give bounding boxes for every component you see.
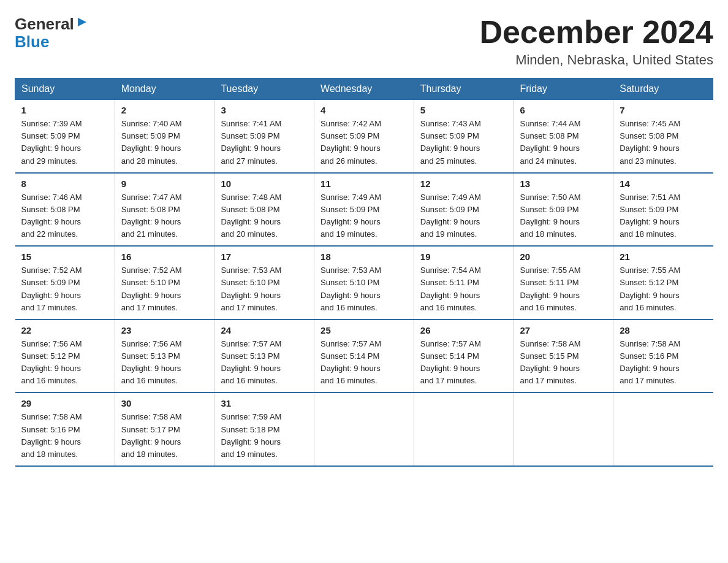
day-number: 16 bbox=[121, 251, 208, 262]
calendar-cell: 26 Sunrise: 7:57 AM Sunset: 5:14 PM Dayl… bbox=[414, 320, 514, 393]
day-info: Sunrise: 7:57 AM Sunset: 5:14 PM Dayligh… bbox=[420, 338, 507, 388]
col-monday: Monday bbox=[115, 79, 214, 100]
day-number: 7 bbox=[620, 105, 707, 115]
day-number: 15 bbox=[21, 251, 108, 262]
calendar-cell: 1 Sunrise: 7:39 AM Sunset: 5:09 PM Dayli… bbox=[15, 100, 115, 173]
day-info: Sunrise: 7:58 AM Sunset: 5:16 PM Dayligh… bbox=[21, 411, 108, 461]
day-number: 6 bbox=[520, 105, 607, 115]
svg-marker-0 bbox=[78, 18, 86, 26]
col-wednesday: Wednesday bbox=[314, 79, 414, 100]
day-info: Sunrise: 7:52 AM Sunset: 5:10 PM Dayligh… bbox=[121, 264, 208, 314]
calendar-cell: 28 Sunrise: 7:58 AM Sunset: 5:16 PM Dayl… bbox=[613, 320, 713, 393]
day-info: Sunrise: 7:56 AM Sunset: 5:13 PM Dayligh… bbox=[121, 338, 208, 388]
day-info: Sunrise: 7:57 AM Sunset: 5:13 PM Dayligh… bbox=[221, 338, 308, 388]
day-number: 13 bbox=[520, 178, 607, 189]
day-info: Sunrise: 7:54 AM Sunset: 5:11 PM Dayligh… bbox=[420, 264, 507, 314]
col-sunday: Sunday bbox=[15, 79, 115, 100]
day-info: Sunrise: 7:48 AM Sunset: 5:08 PM Dayligh… bbox=[221, 191, 308, 241]
main-title: December 2024 bbox=[479, 15, 713, 50]
day-number: 18 bbox=[320, 251, 408, 262]
calendar-cell: 4 Sunrise: 7:42 AM Sunset: 5:09 PM Dayli… bbox=[314, 100, 414, 173]
calendar-cell: 8 Sunrise: 7:46 AM Sunset: 5:08 PM Dayli… bbox=[15, 173, 115, 247]
calendar-cell: 2 Sunrise: 7:40 AM Sunset: 5:09 PM Dayli… bbox=[115, 100, 214, 173]
calendar-week-row: 1 Sunrise: 7:39 AM Sunset: 5:09 PM Dayli… bbox=[15, 100, 713, 173]
day-info: Sunrise: 7:39 AM Sunset: 5:09 PM Dayligh… bbox=[21, 118, 108, 167]
calendar-week-row: 8 Sunrise: 7:46 AM Sunset: 5:08 PM Dayli… bbox=[15, 173, 713, 247]
calendar-week-row: 29 Sunrise: 7:58 AM Sunset: 5:16 PM Dayl… bbox=[15, 393, 713, 466]
day-info: Sunrise: 7:47 AM Sunset: 5:08 PM Dayligh… bbox=[121, 191, 208, 241]
day-number: 29 bbox=[21, 398, 108, 408]
day-number: 27 bbox=[520, 325, 607, 335]
day-number: 9 bbox=[121, 178, 208, 189]
calendar-cell: 19 Sunrise: 7:54 AM Sunset: 5:11 PM Dayl… bbox=[414, 246, 514, 320]
calendar-cell: 18 Sunrise: 7:53 AM Sunset: 5:10 PM Dayl… bbox=[314, 246, 414, 320]
calendar-cell bbox=[314, 393, 414, 466]
calendar-cell: 22 Sunrise: 7:56 AM Sunset: 5:12 PM Dayl… bbox=[15, 320, 115, 393]
day-number: 26 bbox=[420, 325, 507, 335]
day-number: 19 bbox=[420, 251, 507, 262]
logo-general-text: General bbox=[15, 15, 74, 34]
day-info: Sunrise: 7:59 AM Sunset: 5:18 PM Dayligh… bbox=[221, 411, 308, 461]
logo: General Blue bbox=[15, 15, 86, 52]
calendar-cell: 25 Sunrise: 7:57 AM Sunset: 5:14 PM Dayl… bbox=[314, 320, 414, 393]
calendar-cell: 6 Sunrise: 7:44 AM Sunset: 5:08 PM Dayli… bbox=[514, 100, 613, 173]
day-number: 8 bbox=[21, 178, 108, 189]
day-info: Sunrise: 7:53 AM Sunset: 5:10 PM Dayligh… bbox=[221, 264, 308, 314]
day-info: Sunrise: 7:51 AM Sunset: 5:09 PM Dayligh… bbox=[620, 191, 707, 241]
col-friday: Friday bbox=[514, 79, 613, 100]
day-number: 24 bbox=[221, 325, 308, 335]
day-info: Sunrise: 7:43 AM Sunset: 5:09 PM Dayligh… bbox=[420, 118, 507, 167]
day-number: 20 bbox=[520, 251, 607, 262]
calendar-week-row: 22 Sunrise: 7:56 AM Sunset: 5:12 PM Dayl… bbox=[15, 320, 713, 393]
day-info: Sunrise: 7:57 AM Sunset: 5:14 PM Dayligh… bbox=[320, 338, 408, 388]
calendar-cell: 9 Sunrise: 7:47 AM Sunset: 5:08 PM Dayli… bbox=[115, 173, 214, 247]
day-number: 14 bbox=[620, 178, 707, 189]
day-info: Sunrise: 7:58 AM Sunset: 5:17 PM Dayligh… bbox=[121, 411, 208, 461]
day-info: Sunrise: 7:40 AM Sunset: 5:09 PM Dayligh… bbox=[121, 118, 208, 167]
calendar-cell: 15 Sunrise: 7:52 AM Sunset: 5:09 PM Dayl… bbox=[15, 246, 115, 320]
day-info: Sunrise: 7:56 AM Sunset: 5:12 PM Dayligh… bbox=[21, 338, 108, 388]
day-info: Sunrise: 7:58 AM Sunset: 5:15 PM Dayligh… bbox=[520, 338, 607, 388]
calendar-cell: 3 Sunrise: 7:41 AM Sunset: 5:09 PM Dayli… bbox=[214, 100, 314, 173]
calendar-cell: 31 Sunrise: 7:59 AM Sunset: 5:18 PM Dayl… bbox=[214, 393, 314, 466]
day-number: 21 bbox=[620, 251, 707, 262]
calendar-table: Sunday Monday Tuesday Wednesday Thursday… bbox=[15, 78, 713, 467]
day-info: Sunrise: 7:42 AM Sunset: 5:09 PM Dayligh… bbox=[320, 118, 408, 167]
day-number: 11 bbox=[320, 178, 408, 189]
logo-blue-text: Blue bbox=[15, 33, 49, 51]
calendar-cell: 29 Sunrise: 7:58 AM Sunset: 5:16 PM Dayl… bbox=[15, 393, 115, 466]
day-number: 23 bbox=[121, 325, 208, 335]
calendar-cell: 21 Sunrise: 7:55 AM Sunset: 5:12 PM Dayl… bbox=[613, 246, 713, 320]
day-info: Sunrise: 7:53 AM Sunset: 5:10 PM Dayligh… bbox=[320, 264, 408, 314]
day-info: Sunrise: 7:58 AM Sunset: 5:16 PM Dayligh… bbox=[620, 338, 707, 388]
title-area: December 2024 Minden, Nebraska, United S… bbox=[479, 15, 713, 68]
day-number: 2 bbox=[121, 105, 208, 115]
day-number: 31 bbox=[221, 398, 308, 408]
day-info: Sunrise: 7:46 AM Sunset: 5:08 PM Dayligh… bbox=[21, 191, 108, 241]
calendar-week-row: 15 Sunrise: 7:52 AM Sunset: 5:09 PM Dayl… bbox=[15, 246, 713, 320]
day-info: Sunrise: 7:52 AM Sunset: 5:09 PM Dayligh… bbox=[21, 264, 108, 314]
day-info: Sunrise: 7:55 AM Sunset: 5:12 PM Dayligh… bbox=[620, 264, 707, 314]
day-number: 12 bbox=[420, 178, 507, 189]
day-info: Sunrise: 7:44 AM Sunset: 5:08 PM Dayligh… bbox=[520, 118, 607, 167]
day-info: Sunrise: 7:55 AM Sunset: 5:11 PM Dayligh… bbox=[520, 264, 607, 314]
day-info: Sunrise: 7:49 AM Sunset: 5:09 PM Dayligh… bbox=[320, 191, 408, 241]
day-number: 10 bbox=[221, 178, 308, 189]
day-info: Sunrise: 7:45 AM Sunset: 5:08 PM Dayligh… bbox=[620, 118, 707, 167]
col-tuesday: Tuesday bbox=[214, 79, 314, 100]
calendar-cell bbox=[414, 393, 514, 466]
calendar-cell: 14 Sunrise: 7:51 AM Sunset: 5:09 PM Dayl… bbox=[613, 173, 713, 247]
subtitle: Minden, Nebraska, United States bbox=[479, 52, 713, 68]
calendar-header-row: Sunday Monday Tuesday Wednesday Thursday… bbox=[15, 79, 713, 100]
calendar-cell: 13 Sunrise: 7:50 AM Sunset: 5:09 PM Dayl… bbox=[514, 173, 613, 247]
calendar-cell: 23 Sunrise: 7:56 AM Sunset: 5:13 PM Dayl… bbox=[115, 320, 214, 393]
day-info: Sunrise: 7:50 AM Sunset: 5:09 PM Dayligh… bbox=[520, 191, 607, 241]
logo-arrow-icon bbox=[75, 15, 86, 31]
calendar-cell bbox=[514, 393, 613, 466]
calendar-cell: 20 Sunrise: 7:55 AM Sunset: 5:11 PM Dayl… bbox=[514, 246, 613, 320]
calendar-cell bbox=[613, 393, 713, 466]
col-thursday: Thursday bbox=[414, 79, 514, 100]
day-number: 5 bbox=[420, 105, 507, 115]
day-info: Sunrise: 7:49 AM Sunset: 5:09 PM Dayligh… bbox=[420, 191, 507, 241]
day-info: Sunrise: 7:41 AM Sunset: 5:09 PM Dayligh… bbox=[221, 118, 308, 167]
